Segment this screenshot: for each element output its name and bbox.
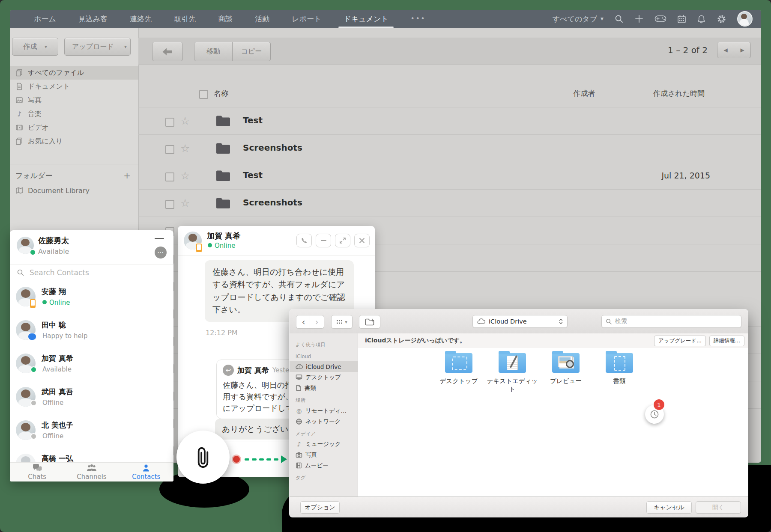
prev-page-button[interactable]: ◀ — [717, 42, 734, 58]
select-all-checkbox[interactable] — [199, 90, 208, 99]
contact-search[interactable]: Search Contacts — [10, 265, 173, 281]
copy-button[interactable]: コピー — [233, 42, 271, 61]
expand-button[interactable] — [335, 234, 350, 247]
table-row[interactable]: ☆ Screenshots — [138, 189, 761, 217]
row-checkbox[interactable] — [165, 200, 174, 209]
sidebar-item-photos[interactable]: 写真 — [290, 449, 358, 460]
sidebar-item-videos[interactable]: ビデオ — [10, 121, 138, 134]
user-avatar[interactable] — [737, 11, 753, 27]
contact-status: Happy to help — [42, 332, 87, 340]
next-page-button[interactable]: ▶ — [734, 42, 751, 58]
tab-chats[interactable]: Chats — [10, 463, 64, 481]
contact-row[interactable]: 北 美也子 Offline — [10, 414, 173, 448]
sidebar-item-music[interactable]: ♪ 音楽 — [10, 107, 138, 121]
table-row[interactable]: ☆ Test Jul 21, 2015 — [138, 162, 761, 190]
new-folder-button[interactable] — [359, 315, 380, 329]
calendar-icon[interactable] — [677, 15, 686, 24]
location-popup[interactable]: iCloud Drive — [472, 315, 568, 328]
file-item-documents[interactable]: 書類 — [594, 353, 645, 385]
contact-name: 田中 聡 — [42, 320, 66, 330]
message-text: 佐藤さん、明日の打ち合わせに使用する資料ですが、共有フォルダにアップロードしてあ… — [212, 267, 345, 314]
sidebar-item-documents[interactable]: ドキュメント — [10, 80, 138, 93]
panel-minimize-button[interactable] — [155, 238, 164, 239]
call-button[interactable] — [296, 234, 312, 247]
sidebar-item-photos[interactable]: 写真 — [10, 93, 138, 107]
nav-item-activities[interactable]: 活動 — [244, 10, 281, 28]
open-button[interactable]: 開く — [696, 501, 741, 514]
attach-button-highlight[interactable] — [176, 431, 230, 484]
pagination-range: 1 – 2 of 2 — [668, 45, 708, 55]
more-options-button[interactable]: ⋯ — [155, 247, 167, 259]
back-button[interactable] — [152, 42, 183, 61]
sidebar-item-all-files[interactable]: すべてのファイル — [10, 66, 138, 80]
sidebar-item-desktop[interactable]: デスクトップ — [290, 372, 358, 383]
nav-item-home[interactable]: ホーム — [23, 10, 67, 28]
sidebar-item-favorites[interactable]: お気に入り — [10, 134, 138, 148]
nav-item-documents[interactable]: ドキュメント — [332, 10, 399, 28]
search-icon[interactable] — [614, 14, 624, 24]
sidebar-item-movies[interactable]: ムービー — [290, 460, 358, 471]
bell-icon[interactable] — [697, 15, 706, 24]
file-item-desktop[interactable]: デスクトップ — [433, 353, 484, 385]
file-item-textedit[interactable]: テキストエディット — [487, 353, 538, 393]
gamepad-icon[interactable] — [654, 15, 666, 23]
details-button[interactable]: 詳細情報... — [709, 336, 744, 346]
upgrade-button[interactable]: アップグレード... — [654, 336, 706, 346]
file-name[interactable]: Screenshots — [243, 197, 302, 208]
file-name[interactable]: Test — [243, 115, 263, 125]
upload-menu-button[interactable]: ▾ — [121, 38, 131, 56]
star-icon[interactable]: ☆ — [180, 143, 190, 154]
star-icon[interactable]: ☆ — [180, 116, 190, 126]
nav-item-deals[interactable]: 商談 — [207, 10, 244, 28]
nav-item-reports[interactable]: レポート — [281, 10, 332, 28]
column-header-created-time[interactable]: 作成された時間 — [640, 89, 717, 98]
contact-row[interactable]: 加賀 真希 Available — [10, 348, 173, 381]
nav-forward-button[interactable]: › — [310, 315, 324, 329]
contact-row[interactable]: 安藤 翔 Online — [10, 281, 173, 314]
sidebar-item-music[interactable]: ♪ ミュージック — [290, 439, 358, 449]
file-name[interactable]: Test — [243, 170, 263, 180]
contact-row[interactable]: 田中 聡 Happy to help — [10, 314, 173, 348]
star-icon[interactable]: ☆ — [180, 170, 190, 181]
options-button[interactable]: オプション — [300, 501, 340, 514]
row-checkbox[interactable] — [165, 145, 174, 154]
contact-row[interactable]: 武田 真吾 Offline — [10, 381, 173, 414]
view-mode-button[interactable]: ▾ — [331, 315, 353, 329]
row-checkbox[interactable] — [165, 172, 174, 181]
minimize-button[interactable] — [316, 234, 331, 247]
nav-item-leads[interactable]: 見込み客 — [67, 10, 119, 28]
close-button[interactable] — [354, 234, 370, 247]
sidebar-item-remote-disc[interactable]: ◎ リモートディ… — [290, 405, 358, 416]
plus-icon[interactable] — [634, 14, 644, 24]
sidebar-item-icloud-drive[interactable]: iCloud Drive — [290, 361, 358, 372]
nav-more-icon[interactable]: ••• — [400, 10, 437, 28]
gear-icon[interactable] — [717, 14, 726, 24]
upload-button[interactable]: アップロード — [64, 38, 122, 56]
tab-channels[interactable]: Channels — [64, 463, 119, 481]
nav-item-contacts[interactable]: 連絡先 — [119, 10, 163, 28]
create-button[interactable]: 作成 ▾ — [12, 38, 58, 56]
table-row[interactable]: ☆ Screenshots — [138, 134, 761, 162]
table-row[interactable]: ☆ Test — [138, 107, 761, 135]
nav-back-button[interactable]: ‹ — [296, 315, 311, 329]
location-label: iCloud Drive — [489, 318, 527, 325]
cancel-button[interactable]: キャンセル — [646, 501, 692, 514]
sidebar-item-documents[interactable]: 書類 — [290, 383, 358, 393]
file-name[interactable]: Screenshots — [243, 143, 302, 153]
nav-item-accounts[interactable]: 取引先 — [163, 10, 207, 28]
folder-item-document-library[interactable]: Document Library — [10, 183, 138, 198]
add-folder-button[interactable]: + — [123, 170, 131, 181]
dialog-search-field[interactable]: 検索 — [601, 315, 741, 328]
sidebar-item-label: ドキュメント — [28, 82, 70, 91]
file-item-preview[interactable]: プレビュー — [540, 353, 592, 385]
clock-icon — [650, 410, 659, 419]
row-checkbox[interactable] — [165, 118, 174, 127]
move-button[interactable]: 移動 — [194, 42, 233, 61]
column-header-creator[interactable]: 作成者 — [563, 89, 606, 98]
star-icon[interactable]: ☆ — [180, 198, 190, 208]
sidebar-item-network[interactable]: ネットワーク — [290, 416, 358, 427]
column-header-name[interactable]: 名称 — [214, 89, 228, 98]
status-dot — [30, 400, 37, 406]
all-tabs-dropdown[interactable]: すべてのタブ ▼ — [553, 14, 604, 24]
tab-contacts[interactable]: Contacts — [119, 463, 173, 481]
